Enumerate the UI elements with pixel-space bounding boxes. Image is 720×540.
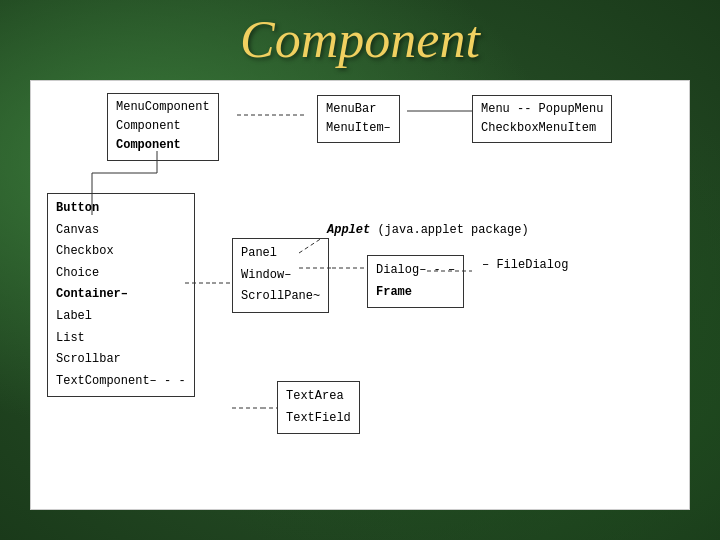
panel-box: Panel Window– ScrollPane~ <box>232 238 329 313</box>
hierarchy-box: MenuComponent Component Component <box>107 93 219 161</box>
content-area: MenuComponent Component Component MenuBa… <box>30 80 690 510</box>
menu-ext-box: Menu -- PopupMenu CheckboxMenuItem <box>472 95 612 143</box>
component-list-box: Button Canvas Checkbox Choice Container–… <box>47 193 195 397</box>
menubar-line2: MenuItem– <box>326 119 391 138</box>
comp-canvas: Canvas <box>56 220 186 242</box>
comp-choice: Choice <box>56 263 186 285</box>
panel-item: Panel <box>241 243 320 265</box>
textarea-box: TextArea TextField <box>277 381 360 434</box>
hierarchy-line2: Component <box>116 117 210 136</box>
scrollpane-item: ScrollPane~ <box>241 286 320 308</box>
comp-textcomponent: TextComponent– - - <box>56 371 186 393</box>
dialog-box: Dialog– - – Frame <box>367 255 464 308</box>
comp-button: Button <box>56 198 186 220</box>
dialog-item: Dialog– - – <box>376 260 455 282</box>
comp-scrollbar: Scrollbar <box>56 349 186 371</box>
comp-checkbox: Checkbox <box>56 241 186 263</box>
page-title: Component <box>0 10 720 69</box>
hierarchy-line1: MenuComponent <box>116 98 210 117</box>
menu-ext-line2: CheckboxMenuItem <box>481 119 603 138</box>
comp-label: Label <box>56 306 186 328</box>
comp-container: Container– <box>56 284 186 306</box>
filedialog-label: – FileDialog <box>482 258 568 272</box>
window-item: Window– <box>241 265 320 287</box>
comp-list: List <box>56 328 186 350</box>
frame-item: Frame <box>376 282 455 304</box>
textarea-item: TextArea <box>286 386 351 408</box>
diagram: MenuComponent Component Component MenuBa… <box>47 93 673 497</box>
menubar-box: MenuBar MenuItem– <box>317 95 400 143</box>
menu-ext-line1: Menu -- PopupMenu <box>481 100 603 119</box>
applet-label: Applet (java.applet package) <box>327 223 529 237</box>
hierarchy-line3: Component <box>116 136 210 155</box>
applet-package: (java.applet package) <box>377 223 528 237</box>
textfield-item: TextField <box>286 408 351 430</box>
menubar-line1: MenuBar <box>326 100 391 119</box>
